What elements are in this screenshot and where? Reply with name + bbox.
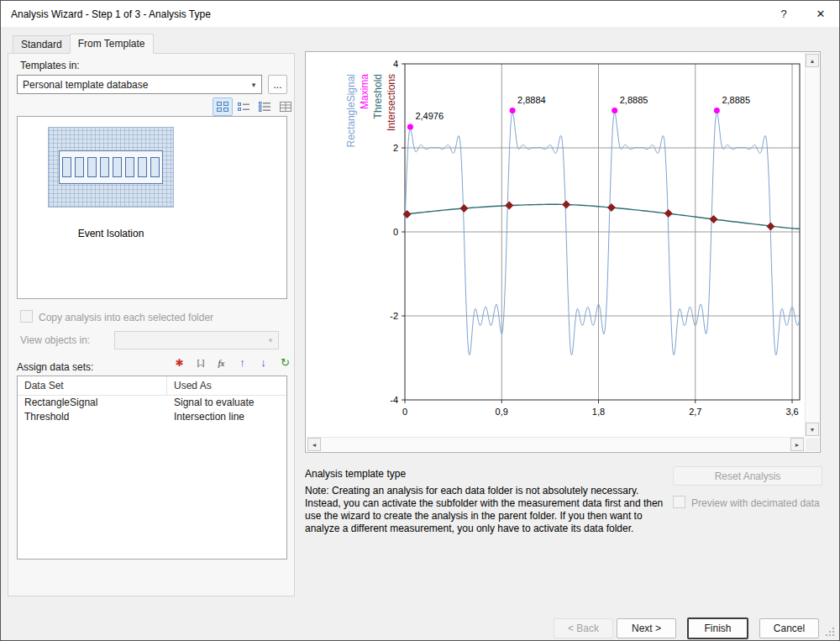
reset-analysis-button[interactable]: Reset Analysis <box>673 466 822 486</box>
small-icons-view-icon <box>238 102 249 112</box>
svg-text:-4: -4 <box>390 395 398 405</box>
preview-decimated-checkbox-row: Preview with decimated data <box>673 496 820 509</box>
scroll-left-button[interactable]: ◄ <box>307 438 321 451</box>
chevron-down-icon: ▾ <box>263 336 278 344</box>
scroll-right-icon: ► <box>795 442 801 448</box>
table-header-row: Data Set Used As <box>18 376 286 396</box>
from-template-page: Templates in: Personal template database… <box>8 53 295 596</box>
template-item-event-isolation[interactable]: Event Isolation <box>24 127 197 239</box>
svg-text:2,4976: 2,4976 <box>415 111 444 121</box>
template-note: Note: Creating an analysis for each data… <box>305 485 671 535</box>
copy-analysis-checkbox-row: Copy analysis into each selected folder <box>20 310 213 323</box>
template-list[interactable]: Event Isolation <box>17 116 287 299</box>
chart-horizontal-scrollbar[interactable]: ◄ ► <box>307 437 805 451</box>
titlebar-buttons: ? ✕ <box>765 1 839 27</box>
svg-text:3,6: 3,6 <box>785 407 798 417</box>
arrow-down-icon: ↓ <box>260 356 266 369</box>
list-view-button[interactable] <box>255 97 275 116</box>
svg-text:Maxima: Maxima <box>359 74 370 109</box>
copy-analysis-checkbox[interactable] <box>20 310 33 323</box>
view-objects-label: View objects in: <box>20 334 90 346</box>
scroll-down-button[interactable]: ▼ <box>806 423 819 436</box>
svg-text:2,7: 2,7 <box>689 407 701 417</box>
preview-decimated-checkbox-label: Preview with decimated data <box>691 497 820 509</box>
thumbnail-signal-band <box>59 150 163 184</box>
column-header-data-set: Data Set <box>18 376 167 395</box>
browse-data-button[interactable]: [...] <box>191 354 210 371</box>
cell-data-set: Threshold <box>18 410 167 424</box>
details-view-button[interactable] <box>276 97 296 116</box>
red-asterisk-button[interactable]: ✱ <box>170 354 189 371</box>
assign-data-sets-label: Assign data sets: <box>17 361 93 373</box>
templates-in-label: Templates in: <box>20 60 80 71</box>
chevron-down-icon: ▾ <box>246 81 261 89</box>
help-button[interactable]: ? <box>765 1 802 27</box>
scroll-up-button[interactable]: ▲ <box>806 54 819 67</box>
table-row[interactable]: RectangleSignal Signal to evaluate <box>18 396 286 410</box>
refresh-button[interactable]: ↻ <box>275 354 294 371</box>
cell-data-set: RectangleSignal <box>18 396 167 410</box>
back-button[interactable]: < Back <box>554 618 613 638</box>
svg-text:2,8885: 2,8885 <box>722 95 750 105</box>
close-button[interactable]: ✕ <box>802 1 839 27</box>
svg-text:-2: -2 <box>390 311 398 321</box>
scroll-down-icon: ▼ <box>810 427 816 433</box>
browse-brackets-icon: [...] <box>197 359 204 367</box>
analysis-wizard-dialog: Analysis Wizard - Step 1 of 3 - Analysis… <box>0 0 840 641</box>
move-up-button[interactable]: ↑ <box>233 354 252 371</box>
cell-used-as: Signal to evaluate <box>167 396 286 410</box>
tabstrip: Standard From Template <box>13 35 153 54</box>
svg-text:Intersections: Intersections <box>386 74 397 131</box>
svg-text:Threshold: Threshold <box>372 74 384 118</box>
tab-from-template[interactable]: From Template <box>70 34 154 54</box>
resize-grip-icon[interactable] <box>824 626 835 637</box>
svg-text:2,8885: 2,8885 <box>620 95 648 105</box>
next-button[interactable]: Next > <box>617 618 676 638</box>
data-set-table: Data Set Used As RectangleSignal Signal … <box>17 376 287 560</box>
column-header-used-as: Used As <box>167 376 286 395</box>
scroll-right-button[interactable]: ► <box>790 438 804 451</box>
svg-text:0,9: 0,9 <box>496 407 508 417</box>
large-icons-view-icon <box>217 102 228 112</box>
titlebar[interactable]: Analysis Wizard - Step 1 of 3 - Analysis… <box>1 1 839 27</box>
move-down-button[interactable]: ↓ <box>254 354 273 371</box>
help-icon: ? <box>780 8 786 20</box>
preview-chart[interactable]: 00,91,82,73,6-4-2024RectangleSignalMaxim… <box>306 52 806 438</box>
svg-text:2,8884: 2,8884 <box>517 95 546 105</box>
analysis-template-type-heading: Analysis template type <box>305 468 406 480</box>
scroll-left-icon: ◄ <box>312 442 318 448</box>
view-mode-toolbar <box>213 97 296 116</box>
scrollbar-corner <box>806 438 819 451</box>
copy-analysis-checkbox-label: Copy analysis into each selected folder <box>39 312 213 323</box>
finish-button[interactable]: Finish <box>687 617 748 639</box>
table-row[interactable]: Threshold Intersection line <box>18 410 286 424</box>
template-item-label: Event Isolation <box>24 228 197 239</box>
browse-database-button[interactable]: ... <box>268 75 287 94</box>
small-icons-view-button[interactable] <box>234 97 254 116</box>
template-thumbnail <box>48 127 174 208</box>
tab-standard[interactable]: Standard <box>13 35 71 54</box>
list-view-icon <box>259 102 270 112</box>
preview-decimated-checkbox[interactable] <box>673 496 685 508</box>
cancel-button[interactable]: Cancel <box>759 618 819 638</box>
chart-panel: 00,91,82,73,6-4-2024RectangleSignalMaxim… <box>305 51 821 453</box>
red-asterisk-icon: ✱ <box>175 357 183 369</box>
svg-text:2: 2 <box>393 143 398 153</box>
template-database-combobox[interactable]: Personal template database ▾ <box>17 75 262 94</box>
large-icons-view-button[interactable] <box>213 97 233 116</box>
svg-text:RectangleSignal: RectangleSignal <box>345 74 357 147</box>
scroll-up-icon: ▲ <box>810 58 816 64</box>
formula-icon: fx <box>218 358 225 368</box>
view-objects-combobox[interactable]: ▾ <box>114 331 279 349</box>
window-title: Analysis Wizard - Step 1 of 3 - Analysis… <box>1 8 211 20</box>
formula-button[interactable]: fx <box>212 354 231 371</box>
chart-vertical-scrollbar[interactable]: ▲ ▼ <box>805 53 819 437</box>
details-view-icon <box>280 102 291 112</box>
svg-text:0: 0 <box>393 227 398 237</box>
refresh-icon: ↻ <box>281 356 290 369</box>
template-database-value: Personal template database <box>23 79 148 91</box>
svg-text:1,8: 1,8 <box>592 407 605 417</box>
close-icon: ✕ <box>816 8 826 20</box>
svg-text:4: 4 <box>393 59 398 69</box>
cell-used-as: Intersection line <box>167 410 286 424</box>
